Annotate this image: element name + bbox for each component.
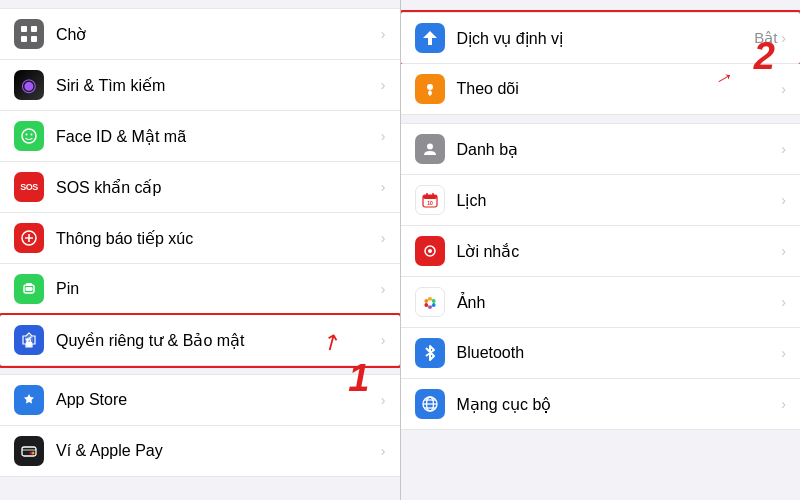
settings-item-vi[interactable]: Ví & Apple Pay › [0,426,400,477]
vi-chevron: › [381,443,386,459]
svg-point-6 [31,134,33,136]
settings-item-anh[interactable]: Ảnh › [401,277,801,328]
lich-chevron: › [781,192,786,208]
svg-rect-14 [22,447,36,456]
appstore-label: App Store [56,391,381,409]
theodo-icon [415,74,445,104]
bluetooth-label: Bluetooth [457,344,782,362]
quyen-icon [14,325,44,355]
settings-item-mangcucbo[interactable]: Mạng cục bộ › [401,379,801,430]
svg-point-19 [427,144,433,150]
svg-rect-12 [26,287,33,291]
anh-label: Ảnh [457,293,782,312]
svg-point-30 [428,305,432,309]
svg-point-17 [30,452,33,455]
pin-chevron: › [381,281,386,297]
dichdinhvi-chevron: › [781,30,786,46]
settings-item-theodo[interactable]: Theo dõi › [401,64,801,115]
mangcucbo-icon [415,389,445,419]
anh-icon [415,287,445,317]
left-settings-list: Chờ › ◉ Siri & Tìm kiếm › Face ID & Mật … [0,8,400,477]
sos-icon: SOS [14,172,44,202]
svg-rect-11 [26,283,32,286]
sos-label: SOS khẩn cấp [56,178,381,197]
anh-chevron: › [781,294,786,310]
bluetooth-chevron: › [781,345,786,361]
settings-item-bluetooth[interactable]: Bluetooth › [401,328,801,379]
settings-item-sos[interactable]: SOS SOS khẩn cấp › [0,162,400,213]
settings-item-siri[interactable]: ◉ Siri & Tìm kiếm › [0,60,400,111]
pin-icon [14,274,44,304]
settings-item-lich[interactable]: 10 Lịch › [401,175,801,226]
danhba-label: Danh bạ [457,140,782,159]
faceid-icon [14,121,44,151]
loinhac-chevron: › [781,243,786,259]
settings-item-faceid[interactable]: Face ID & Mật mã › [0,111,400,162]
bluetooth-icon [415,338,445,368]
thongbao-icon [14,223,44,253]
svg-point-26 [428,249,432,253]
settings-item-appstore[interactable]: App Store › [0,374,400,426]
svg-point-5 [26,134,28,136]
number-1: 1 [348,357,369,400]
cho-chevron: › [381,26,386,42]
cho-icon [14,19,44,49]
siri-label: Siri & Tìm kiếm [56,76,381,95]
svg-rect-21 [423,195,437,199]
vi-label: Ví & Apple Pay [56,442,381,460]
sos-chevron: › [381,179,386,195]
cho-label: Chờ [56,25,381,44]
quyen-chevron: › [381,332,386,348]
vi-icon [14,436,44,466]
lich-label: Lịch [457,191,782,210]
mangcucbo-chevron: › [781,396,786,412]
number-2: 2 [754,35,775,78]
appstore-chevron: › [381,392,386,408]
mangcucbo-label: Mạng cục bộ [457,395,782,414]
svg-point-18 [427,84,433,90]
svg-point-33 [427,301,432,306]
left-panel: Chờ › ◉ Siri & Tìm kiếm › Face ID & Mật … [0,0,400,500]
settings-item-cho[interactable]: Chờ › [0,8,400,60]
svg-text:10: 10 [427,200,433,206]
settings-item-pin[interactable]: Pin › [0,264,400,315]
svg-rect-1 [31,26,37,32]
danhba-chevron: › [781,141,786,157]
dichdinhvi-label: Dịch vụ định vị [457,29,755,48]
lich-icon: 10 [415,185,445,215]
theodo-chevron: › [781,81,786,97]
settings-item-dichdinhvi[interactable]: Dịch vụ định vị Bật › [401,12,801,64]
siri-chevron: › [381,77,386,93]
svg-rect-2 [21,36,27,42]
svg-rect-0 [21,26,27,32]
svg-rect-3 [31,36,37,42]
svg-point-27 [428,297,432,301]
svg-rect-15 [22,449,36,451]
danhba-icon [415,134,445,164]
right-panel: Dịch vụ định vị Bật › Theo dõi › [401,0,801,500]
faceid-chevron: › [381,128,386,144]
loinhac-label: Lời nhắc [457,242,782,261]
siri-icon: ◉ [14,70,44,100]
settings-item-loinhac[interactable]: Lời nhắc › [401,226,801,277]
thongbao-label: Thông báo tiếp xúc [56,229,381,248]
loinhac-icon [415,236,445,266]
settings-item-danhba[interactable]: Danh bạ › [401,123,801,175]
pin-label: Pin [56,280,381,298]
right-settings-list: Dịch vụ định vị Bật › Theo dõi › [401,12,801,430]
appstore-icon [14,385,44,415]
thongbao-chevron: › [381,230,386,246]
settings-item-thongbao[interactable]: Thông báo tiếp xúc › [0,213,400,264]
svg-point-4 [22,129,36,143]
dichdinhvi-icon [415,23,445,53]
faceid-label: Face ID & Mật mã [56,127,381,146]
